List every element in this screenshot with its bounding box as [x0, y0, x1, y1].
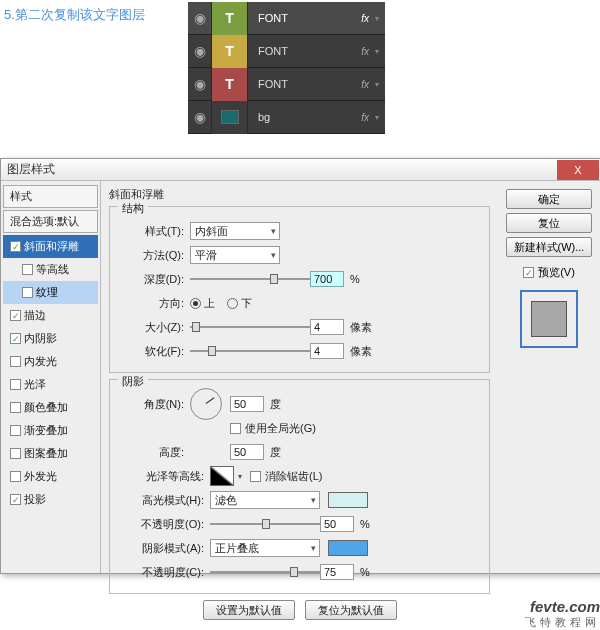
layer-row[interactable]: ◉ T FONT fx ▾ [188, 68, 385, 101]
checkbox-icon[interactable]: ✓ [10, 494, 21, 505]
checkbox-icon[interactable]: ✓ [10, 241, 21, 252]
blend-options-header[interactable]: 混合选项:默认 [3, 210, 98, 233]
checkbox-icon[interactable] [10, 379, 21, 390]
texture-item[interactable]: 纹理 [3, 281, 98, 304]
ok-button[interactable]: 确定 [506, 189, 592, 209]
layer-swatch: T [212, 68, 248, 101]
checkbox-icon[interactable] [10, 425, 21, 436]
layer-name[interactable]: FONT [248, 45, 361, 57]
fx-badge[interactable]: fx [361, 79, 375, 90]
checkbox-icon[interactable] [10, 356, 21, 367]
dialog-title: 图层样式 [7, 161, 557, 178]
size-slider[interactable] [190, 320, 310, 334]
shadow-opacity-label: 不透明度(C): [118, 565, 210, 580]
reset-default-button[interactable]: 复位为默认值 [305, 600, 397, 620]
step-annotation: 5.第二次复制该文字图层 [4, 6, 145, 24]
dir-down-radio[interactable] [227, 298, 238, 309]
section-title: 斜面和浮雕 [109, 187, 490, 202]
inner-glow-item[interactable]: 内发光 [3, 350, 98, 373]
layer-name[interactable]: bg [248, 111, 361, 123]
soften-label: 软化(F): [118, 344, 190, 359]
gradient-overlay-item[interactable]: 渐变叠加 [3, 419, 98, 442]
text-layer-icon: T [225, 76, 234, 92]
visibility-icon[interactable]: ◉ [188, 2, 212, 35]
reset-button[interactable]: 复位 [506, 213, 592, 233]
chevron-down-icon[interactable]: ▾ [375, 14, 385, 23]
text-layer-icon: T [225, 43, 234, 59]
size-label: 大小(Z): [118, 320, 190, 335]
chevron-down-icon[interactable]: ▾ [375, 113, 385, 122]
styles-header[interactable]: 样式 [3, 185, 98, 208]
outer-glow-item[interactable]: 外发光 [3, 465, 98, 488]
angle-label: 角度(N): [118, 397, 190, 412]
fx-badge[interactable]: fx [361, 46, 375, 57]
angle-input[interactable]: 50 [230, 396, 264, 412]
shadow-mode-dropdown[interactable]: 正片叠底 [210, 539, 320, 557]
chevron-down-icon[interactable]: ▾ [375, 80, 385, 89]
stroke-item[interactable]: ✓描边 [3, 304, 98, 327]
unit: % [344, 273, 360, 285]
soften-input[interactable]: 4 [310, 343, 344, 359]
unit: % [354, 518, 370, 530]
checkbox-icon[interactable] [10, 448, 21, 459]
dir-up-radio[interactable] [190, 298, 201, 309]
fx-badge[interactable]: fx [361, 13, 375, 24]
global-light-checkbox[interactable] [230, 423, 241, 434]
checkbox-icon[interactable] [22, 264, 33, 275]
new-style-button[interactable]: 新建样式(W)... [506, 237, 592, 257]
watermark-cn: 飞特教程网 [525, 616, 600, 628]
set-default-button[interactable]: 设置为默认值 [203, 600, 295, 620]
highlight-opacity-input[interactable]: 50 [320, 516, 354, 532]
chevron-down-icon[interactable]: ▾ [375, 47, 385, 56]
layer-row[interactable]: ◉ T FONT fx ▾ [188, 35, 385, 68]
depth-input[interactable]: 700 [310, 271, 344, 287]
inner-shadow-item[interactable]: ✓内阴影 [3, 327, 98, 350]
checkbox-icon[interactable] [10, 471, 21, 482]
bevel-item[interactable]: ✓斜面和浮雕 [3, 235, 98, 258]
visibility-icon[interactable]: ◉ [188, 35, 212, 68]
contour-item[interactable]: 等高线 [3, 258, 98, 281]
color-overlay-item[interactable]: 颜色叠加 [3, 396, 98, 419]
preview-checkbox[interactable]: ✓ [523, 267, 534, 278]
antialias-checkbox[interactable] [250, 471, 261, 482]
dir-up-label: 上 [204, 296, 215, 311]
chevron-down-icon[interactable]: ▾ [238, 472, 242, 481]
fx-badge[interactable]: fx [361, 112, 375, 123]
visibility-icon[interactable]: ◉ [188, 68, 212, 101]
visibility-icon[interactable]: ◉ [188, 101, 212, 134]
shadow-opacity-input[interactable]: 75 [320, 564, 354, 580]
checkbox-icon[interactable]: ✓ [10, 333, 21, 344]
dialog-right-column: 确定 复位 新建样式(W)... ✓预览(V) [498, 181, 600, 573]
layer-name[interactable]: FONT [248, 78, 361, 90]
altitude-input[interactable]: 50 [230, 444, 264, 460]
drop-shadow-item[interactable]: ✓投影 [3, 488, 98, 511]
checkbox-icon[interactable] [22, 287, 33, 298]
checkbox-icon[interactable] [10, 402, 21, 413]
layer-row[interactable]: ◉ T FONT fx ▾ [188, 2, 385, 35]
size-input[interactable]: 4 [310, 319, 344, 335]
angle-control[interactable] [190, 388, 222, 420]
highlight-mode-dropdown[interactable]: 滤色 [210, 491, 320, 509]
satin-item[interactable]: 光泽 [3, 373, 98, 396]
fieldset-title: 结构 [118, 201, 148, 216]
layer-swatch: T [212, 2, 248, 35]
label: 纹理 [36, 285, 58, 300]
method-dropdown[interactable]: 平滑 [190, 246, 280, 264]
highlight-mode-label: 高光模式(H): [118, 493, 210, 508]
checkbox-icon[interactable]: ✓ [10, 310, 21, 321]
shadow-opacity-slider[interactable] [210, 565, 320, 579]
depth-slider[interactable] [190, 272, 310, 286]
shadow-color-swatch[interactable] [328, 540, 368, 556]
pattern-overlay-item[interactable]: 图案叠加 [3, 442, 98, 465]
highlight-color-swatch[interactable] [328, 492, 368, 508]
depth-label: 深度(D): [118, 272, 190, 287]
highlight-opacity-slider[interactable] [210, 517, 320, 531]
gloss-contour-swatch[interactable] [210, 466, 234, 486]
shadow-fieldset: 阴影 角度(N):50度 使用全局光(G) 高度:50度 光泽等高线:▾消除锯齿… [109, 379, 490, 594]
layer-row[interactable]: ◉ bg fx ▾ [188, 101, 385, 134]
soften-slider[interactable] [190, 344, 310, 358]
style-dropdown[interactable]: 内斜面 [190, 222, 280, 240]
close-button[interactable]: X [557, 160, 599, 180]
layer-name[interactable]: FONT [248, 12, 361, 24]
dialog-titlebar[interactable]: 图层样式 X [1, 159, 600, 181]
